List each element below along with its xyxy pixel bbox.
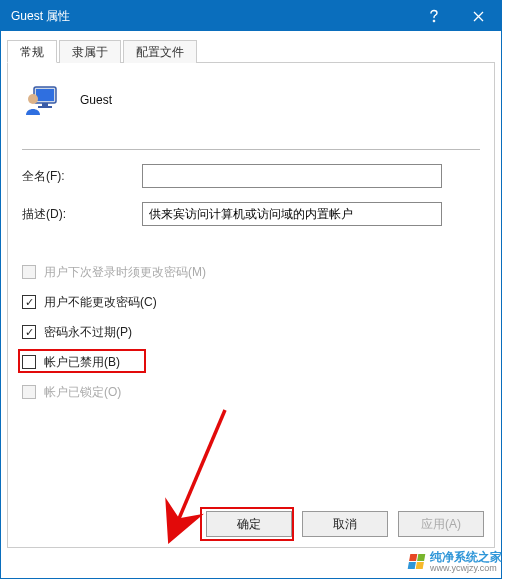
- checkbox-must-change: [22, 265, 36, 279]
- titlebar: Guest 属性: [1, 1, 501, 31]
- apply-button[interactable]: 应用(A): [398, 511, 484, 537]
- help-button[interactable]: [411, 1, 456, 31]
- checkbox-row-must-change: 用户下次登录时须更改密码(M): [22, 262, 480, 282]
- svg-rect-3: [42, 103, 48, 106]
- checkbox-row-never-expire[interactable]: 密码永不过期(P): [22, 322, 480, 342]
- tab-general[interactable]: 常规: [7, 40, 57, 63]
- checkbox-cannot-change[interactable]: [22, 295, 36, 309]
- svg-rect-2: [36, 89, 54, 101]
- checkbox-account-disabled-label: 帐户已禁用(B): [44, 354, 120, 371]
- checkbox-locked-label: 帐户已锁定(O): [44, 384, 121, 401]
- checkbox-account-disabled[interactable]: [22, 355, 36, 369]
- user-header: Guest: [22, 81, 480, 119]
- svg-point-0: [433, 20, 435, 22]
- checkbox-never-expire[interactable]: [22, 325, 36, 339]
- dialog-buttons: 确定 取消 应用(A): [206, 511, 484, 537]
- checkbox-must-change-label: 用户下次登录时须更改密码(M): [44, 264, 206, 281]
- checkbox-row-locked: 帐户已锁定(O): [22, 382, 480, 402]
- tab-strip: 常规 隶属于 配置文件: [7, 39, 495, 63]
- tab-memberof[interactable]: 隶属于: [59, 40, 121, 63]
- description-label: 描述(D):: [22, 206, 142, 223]
- checkbox-never-expire-label: 密码永不过期(P): [44, 324, 132, 341]
- tab-profile[interactable]: 配置文件: [123, 40, 197, 63]
- ok-button[interactable]: 确定: [206, 511, 292, 537]
- checkbox-row-account-disabled[interactable]: 帐户已禁用(B): [22, 352, 480, 372]
- description-input[interactable]: [142, 202, 442, 226]
- svg-rect-4: [38, 106, 52, 108]
- tab-panel-general: Guest 全名(F): 描述(D): 用户下次登录时须更改密码(M) 用户不能…: [7, 63, 495, 548]
- checkbox-cannot-change-label: 用户不能更改密码(C): [44, 294, 157, 311]
- divider: [22, 149, 480, 150]
- username: Guest: [80, 93, 112, 107]
- checkbox-locked: [22, 385, 36, 399]
- fullname-input[interactable]: [142, 164, 442, 188]
- svg-point-5: [28, 94, 38, 104]
- cancel-button[interactable]: 取消: [302, 511, 388, 537]
- properties-dialog: Guest 属性 常规 隶属于 配置文件: [0, 0, 502, 579]
- close-button[interactable]: [456, 1, 501, 31]
- checkbox-row-cannot-change[interactable]: 用户不能更改密码(C): [22, 292, 480, 312]
- window-title: Guest 属性: [11, 8, 411, 25]
- fullname-label: 全名(F):: [22, 168, 142, 185]
- user-icon: [22, 81, 60, 119]
